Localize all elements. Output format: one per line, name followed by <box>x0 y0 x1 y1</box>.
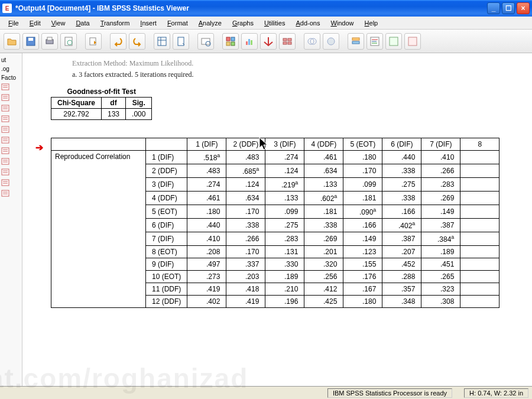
menu-format[interactable]: Format <box>163 18 193 28</box>
outline-item-icon[interactable] <box>0 103 22 114</box>
repro-col-header: 7 (DIF) <box>421 138 460 151</box>
minimize-button[interactable]: _ <box>487 2 500 14</box>
outline-node[interactable]: ut <box>0 56 22 64</box>
open-icon[interactable] <box>4 33 20 50</box>
svg-rect-50 <box>2 137 9 143</box>
svg-rect-14 <box>231 37 235 41</box>
repro-cell: .440 <box>187 219 226 232</box>
repro-cell: .685a <box>226 164 265 178</box>
redo-icon[interactable] <box>129 33 145 50</box>
outline-item-icon[interactable] <box>0 189 22 199</box>
repro-cell: .357 <box>382 283 421 296</box>
repro-cell: .090a <box>343 205 382 219</box>
svg-rect-16 <box>231 42 235 46</box>
menu-insert[interactable]: Insert <box>135 18 161 28</box>
menu-window[interactable]: Window <box>326 18 358 28</box>
menu-transform[interactable]: Transform <box>96 18 135 28</box>
outline-item-icon[interactable] <box>0 82 22 93</box>
menu-edit[interactable]: Edit <box>25 18 46 28</box>
menu-graphs[interactable]: Graphs <box>228 18 258 28</box>
output-viewer[interactable]: Extraction Method: Maximum Likelihood. a… <box>22 53 532 386</box>
repro-cell: .149 <box>343 232 382 246</box>
goodness-of-fit-table[interactable]: Goodness-of-fit Test Chi-Square df Sig. … <box>51 86 152 120</box>
repro-cell: .207 <box>382 246 421 258</box>
repro-cell: .497 <box>187 258 226 271</box>
print-preview-icon[interactable] <box>60 33 77 50</box>
svg-rect-38 <box>2 95 9 100</box>
insert-icon[interactable] <box>260 33 277 50</box>
undo-icon[interactable] <box>110 33 126 50</box>
repro-col-header: 8 <box>460 138 499 151</box>
variables-icon[interactable] <box>197 33 214 50</box>
svg-rect-59 <box>2 169 9 175</box>
export-icon[interactable] <box>85 33 102 50</box>
repro-cell: .337 <box>226 258 265 271</box>
reproduced-correlation-table[interactable]: 1 (DIF)2 (DDF)3 (DIF)4 (DDF)5 (EOT)6 (DI… <box>51 138 499 308</box>
outline-item-icon[interactable] <box>0 178 22 189</box>
goto-data-icon[interactable] <box>154 33 170 50</box>
script-icon[interactable] <box>385 33 402 50</box>
repro-cell: .256 <box>304 271 343 283</box>
repro-cell: .266 <box>226 232 265 246</box>
menu-help[interactable]: Help <box>360 18 383 28</box>
repro-cell <box>460 246 499 258</box>
menu-data[interactable]: Data <box>71 18 94 28</box>
print-icon[interactable] <box>41 33 58 50</box>
menu-add-ons[interactable]: Add-ons <box>291 18 325 28</box>
outline-item-icon[interactable] <box>0 114 22 125</box>
select-last-icon[interactable] <box>222 33 239 50</box>
svg-rect-1 <box>28 38 33 41</box>
repro-cell: .269 <box>421 192 460 205</box>
repro-cell: .124 <box>265 164 304 178</box>
svg-rect-22 <box>283 42 287 44</box>
svg-rect-47 <box>2 126 9 132</box>
repro-col-header: 1 (DIF) <box>187 138 226 151</box>
designate-icon[interactable] <box>348 33 364 50</box>
maximize-button[interactable]: ☐ <box>502 2 515 14</box>
circles1-icon[interactable] <box>304 33 320 50</box>
repro-col-header: 5 (EOT) <box>343 138 382 151</box>
repro-cell: .419 <box>187 283 226 296</box>
outline-node[interactable]: Facto <box>0 73 22 82</box>
repro-cell: .131 <box>265 246 304 258</box>
pivot-icon[interactable] <box>279 33 296 50</box>
menu-file[interactable]: File <box>4 18 24 28</box>
repro-cell: .283 <box>265 232 304 246</box>
repro-cell: .308 <box>421 296 460 308</box>
repro-cell: .181 <box>304 205 343 219</box>
goto-case-icon[interactable] <box>173 33 189 50</box>
menu-utilities[interactable]: Utilities <box>259 18 290 28</box>
repro-cell: .269 <box>304 232 343 246</box>
options-icon[interactable] <box>404 33 421 50</box>
chart-icon[interactable] <box>241 33 258 50</box>
repro-cell: .348 <box>382 296 421 308</box>
repro-cell: .124 <box>226 178 265 192</box>
outline-item-icon[interactable] <box>0 167 22 178</box>
circles2-icon[interactable] <box>323 33 339 50</box>
repro-cell: .402a <box>382 219 421 232</box>
outline-node[interactable]: .og <box>0 64 22 73</box>
syntax-icon[interactable] <box>366 33 383 50</box>
svg-rect-6 <box>90 38 96 45</box>
repro-cell: .634 <box>304 164 343 178</box>
close-button[interactable]: × <box>517 2 530 14</box>
repro-cell <box>460 164 499 178</box>
outline-item-icon[interactable] <box>0 157 22 167</box>
repro-cell: .099 <box>265 205 304 219</box>
outline-item-icon[interactable] <box>0 125 22 135</box>
outline-pane[interactable]: ut.ogFacto <box>0 53 22 386</box>
repro-cell: .338 <box>226 219 265 232</box>
repro-cell: .208 <box>187 246 226 258</box>
svg-rect-44 <box>2 116 9 122</box>
save-icon[interactable] <box>22 33 39 50</box>
outline-item-icon[interactable] <box>0 93 22 103</box>
outline-item-icon[interactable] <box>0 146 22 157</box>
menu-view[interactable]: View <box>47 18 70 28</box>
menu-analyze[interactable]: Analyze <box>194 18 226 28</box>
repro-cell <box>460 192 499 205</box>
repro-cell: .320 <box>304 258 343 271</box>
outline-item-icon[interactable] <box>0 135 22 146</box>
repro-cell: .180 <box>187 205 226 219</box>
repro-cell: .323 <box>421 283 460 296</box>
repro-cell: .155 <box>343 258 382 271</box>
